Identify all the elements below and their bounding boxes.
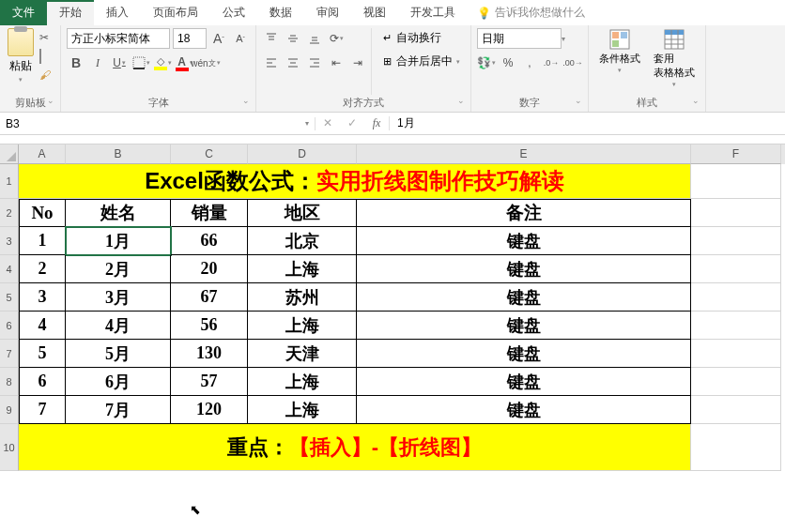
decrease-decimal-button[interactable]: .00→ xyxy=(563,53,582,73)
table-format-button[interactable]: 套用 表格格式 ▾ xyxy=(649,28,700,95)
cell[interactable]: 销量 xyxy=(171,199,248,227)
cell[interactable]: 上海 xyxy=(248,312,357,340)
row-header[interactable]: 9 xyxy=(0,396,19,424)
cell[interactable]: 2 xyxy=(19,255,66,283)
cell[interactable]: 6月 xyxy=(66,368,171,396)
cell[interactable]: 姓名 xyxy=(66,199,171,227)
col-header[interactable]: B xyxy=(66,144,171,164)
select-all-corner[interactable] xyxy=(0,144,19,164)
tell-me-search[interactable]: 💡 告诉我你想做什么 xyxy=(477,0,585,25)
cell[interactable]: 上海 xyxy=(248,396,357,424)
cell[interactable]: 上海 xyxy=(248,255,357,283)
cell[interactable]: 备注 xyxy=(357,199,691,227)
row-header[interactable]: 5 xyxy=(0,283,19,312)
cell[interactable]: 键盘 xyxy=(357,368,691,396)
font-size-select[interactable] xyxy=(173,28,207,49)
cell[interactable]: 120 xyxy=(171,396,248,424)
cell[interactable] xyxy=(691,340,781,368)
insert-function-button[interactable]: fx xyxy=(364,116,389,130)
row-header[interactable]: 1 xyxy=(0,164,19,199)
merge-center-button[interactable]: ⊞合并后居中 xyxy=(376,52,465,71)
tab-home[interactable]: 开始 xyxy=(47,0,94,25)
align-left-button[interactable] xyxy=(262,53,281,73)
cell[interactable]: 67 xyxy=(171,283,248,312)
cell[interactable]: 6 xyxy=(19,368,66,396)
phonetic-button[interactable]: wén文 xyxy=(196,53,215,73)
tab-view[interactable]: 视图 xyxy=(351,0,398,25)
row-header[interactable]: 8 xyxy=(0,368,19,396)
cell[interactable]: 苏州 xyxy=(248,283,357,312)
cell[interactable]: 57 xyxy=(171,368,248,396)
copy-button[interactable] xyxy=(39,50,54,63)
fill-color-button[interactable]: ◇ xyxy=(153,53,172,73)
decrease-font-button[interactable]: Aˇ xyxy=(231,28,250,49)
footer-cell[interactable]: 重点：【插入】-【折线图】 xyxy=(19,424,691,471)
cut-button[interactable]: ✂ xyxy=(39,31,54,44)
align-middle-button[interactable] xyxy=(284,28,302,49)
cell[interactable]: 66 xyxy=(171,227,248,255)
cell[interactable]: 1 xyxy=(19,227,66,255)
align-center-button[interactable] xyxy=(284,53,302,73)
cell[interactable]: 地区 xyxy=(248,199,357,227)
cell[interactable]: 4月 xyxy=(66,312,171,340)
cell[interactable] xyxy=(691,283,781,312)
formula-input[interactable]: 1月 xyxy=(390,115,785,131)
align-bottom-button[interactable] xyxy=(305,28,324,49)
enter-formula-button[interactable]: ✓ xyxy=(340,116,364,130)
align-top-button[interactable] xyxy=(262,28,281,49)
bold-button[interactable]: B xyxy=(67,53,85,73)
cancel-formula-button[interactable]: ✕ xyxy=(316,116,340,130)
cell[interactable]: 20 xyxy=(171,255,248,283)
cell[interactable]: 3 xyxy=(19,283,66,312)
border-button[interactable] xyxy=(131,53,150,73)
currency-button[interactable]: 💱 xyxy=(477,53,496,73)
cell[interactable]: 7月 xyxy=(66,396,171,424)
font-name-select[interactable] xyxy=(67,28,170,49)
cell[interactable]: 7 xyxy=(19,396,66,424)
col-header[interactable]: C xyxy=(171,144,248,164)
cell[interactable] xyxy=(691,368,781,396)
underline-button[interactable]: U xyxy=(110,53,129,73)
cell[interactable]: 3月 xyxy=(66,283,171,312)
increase-decimal-button[interactable]: .0→ xyxy=(542,53,561,73)
increase-font-button[interactable]: Aˆ xyxy=(209,28,228,49)
cell[interactable]: 4 xyxy=(19,312,66,340)
number-format-select[interactable] xyxy=(477,28,562,49)
cell[interactable]: 56 xyxy=(171,312,248,340)
row-header[interactable]: 2 xyxy=(0,199,19,227)
row-header[interactable]: 3 xyxy=(0,227,19,255)
title-cell[interactable]: Excel函数公式：实用折线图制作技巧解读 xyxy=(19,164,691,199)
cell[interactable]: 1月 xyxy=(66,227,171,255)
name-box[interactable]: B3 xyxy=(0,117,316,130)
cell[interactable]: 5 xyxy=(19,340,66,368)
row-header[interactable]: 6 xyxy=(0,312,19,340)
align-right-button[interactable] xyxy=(305,53,324,73)
conditional-format-button[interactable]: 条件格式 ▾ xyxy=(594,28,645,95)
tab-developer[interactable]: 开发工具 xyxy=(398,0,468,25)
col-header[interactable]: F xyxy=(691,144,781,164)
cell[interactable] xyxy=(691,255,781,283)
cell[interactable]: 5月 xyxy=(66,340,171,368)
cell[interactable]: 上海 xyxy=(248,368,357,396)
comma-button[interactable]: , xyxy=(520,53,539,73)
tab-insert[interactable]: 插入 xyxy=(94,0,141,25)
col-header[interactable]: A xyxy=(19,144,66,164)
italic-button[interactable]: I xyxy=(88,53,107,73)
increase-indent-button[interactable]: ⇥ xyxy=(348,53,367,73)
cell[interactable] xyxy=(691,164,781,199)
cell[interactable]: 2月 xyxy=(66,255,171,283)
cell[interactable]: 键盘 xyxy=(357,283,691,312)
cell[interactable]: 北京 xyxy=(248,227,357,255)
tab-review[interactable]: 审阅 xyxy=(304,0,351,25)
col-header[interactable]: E xyxy=(357,144,691,164)
cell[interactable]: 130 xyxy=(171,340,248,368)
tab-data[interactable]: 数据 xyxy=(257,0,304,25)
row-header[interactable]: 4 xyxy=(0,255,19,283)
format-painter-button[interactable]: 🖌 xyxy=(39,68,54,82)
wrap-text-button[interactable]: ↵自动换行 xyxy=(376,28,465,48)
cell[interactable]: No xyxy=(19,199,66,227)
cell[interactable] xyxy=(691,396,781,424)
cell[interactable] xyxy=(691,199,781,227)
tab-file[interactable]: 文件 xyxy=(0,0,47,25)
cell[interactable]: 键盘 xyxy=(357,227,691,255)
